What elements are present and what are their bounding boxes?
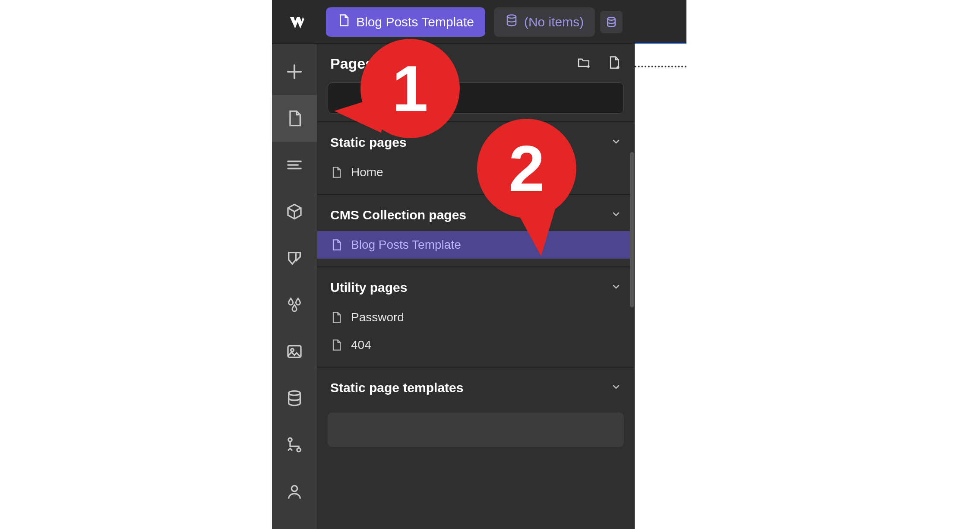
webflow-logo[interactable] [276, 0, 317, 44]
template-card[interactable] [328, 412, 624, 447]
page-row-blog-posts-template[interactable]: Blog Posts Template [317, 231, 634, 259]
annotation-number: 2 [509, 131, 544, 206]
page-row-home[interactable]: Home [317, 158, 634, 186]
section-static-pages-label: Static pages [330, 135, 407, 150]
rail-assets-button[interactable] [272, 328, 317, 375]
chevron-down-icon [611, 382, 621, 394]
tab-collection-items[interactable]: (No items) [494, 7, 595, 37]
page-row-404[interactable]: 404 [317, 331, 634, 359]
section-cms-pages-label: CMS Collection pages [330, 208, 466, 222]
section-utility-pages-label: Utility pages [330, 280, 407, 295]
tab-current-page-label: Blog Posts Template [356, 15, 474, 29]
new-folder-button[interactable] [576, 56, 591, 72]
rail-components-button[interactable] [272, 188, 317, 235]
section-utility-pages[interactable]: Utility pages [317, 267, 634, 304]
rail-add-button[interactable] [272, 48, 317, 95]
page-icon [330, 166, 342, 178]
page-row-label: 404 [351, 338, 371, 352]
rail-users-button[interactable] [272, 468, 317, 515]
canvas-selection-outline [635, 66, 686, 67]
page-icon [330, 311, 342, 323]
new-page-button[interactable] [607, 56, 621, 72]
page-row-password[interactable]: Password [317, 304, 634, 331]
annotation-number: 1 [392, 51, 428, 126]
rail-styles-button[interactable] [272, 235, 317, 282]
page-row-label: Blog Posts Template [351, 238, 461, 252]
chevron-down-icon [611, 136, 621, 149]
page-icon [337, 14, 350, 30]
rail-pages-button[interactable] [272, 95, 317, 142]
annotation-callout-1: 1 [360, 39, 460, 138]
rail-navigator-button[interactable] [272, 142, 317, 188]
page-icon [330, 339, 342, 351]
collection-settings-button[interactable] [600, 11, 623, 33]
page-row-label: Password [351, 310, 404, 324]
section-static-templates[interactable]: Static page templates [317, 367, 634, 404]
topbar: Blog Posts Template (No items) [272, 0, 686, 44]
rail-cms-button[interactable] [272, 375, 317, 421]
tab-current-page[interactable]: Blog Posts Template [326, 7, 485, 37]
annotation-callout-2: 2 [477, 119, 576, 218]
tab-collection-items-label: (No items) [524, 15, 584, 29]
section-cms-pages[interactable]: CMS Collection pages [317, 195, 634, 231]
chevron-down-icon [611, 209, 621, 221]
rail-logic-button[interactable] [272, 421, 317, 468]
section-static-templates-label: Static page templates [330, 380, 463, 395]
page-row-label: Home [351, 165, 383, 179]
chevron-down-icon [611, 282, 621, 294]
rail-variables-button[interactable] [272, 282, 317, 328]
canvas-area[interactable] [635, 44, 686, 529]
tool-rail [272, 44, 317, 529]
database-icon [505, 14, 518, 30]
page-icon [330, 239, 342, 251]
